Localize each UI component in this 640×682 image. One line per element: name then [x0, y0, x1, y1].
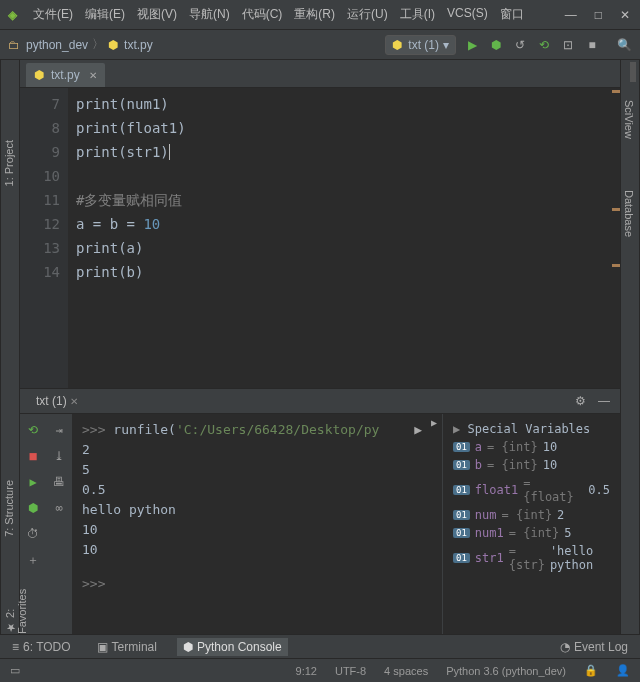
variable-row[interactable]: 01b = {int} 10 [449, 456, 614, 474]
breadcrumb-file[interactable]: txt.py [124, 38, 153, 52]
python-file-icon: ⬢ [108, 38, 120, 52]
folder-icon: 🗀 [8, 38, 20, 52]
expand-icon[interactable]: ▶ [453, 422, 460, 436]
soft-wrap-icon[interactable]: ⇥ [51, 422, 67, 438]
rerun-icon[interactable]: ⟲ [25, 422, 41, 438]
console-hide-icon[interactable]: — [598, 394, 610, 408]
todo-tool-button[interactable]: ≡ 6: TODO [6, 638, 77, 656]
breadcrumb-project[interactable]: python_dev [26, 38, 88, 52]
menu-item[interactable]: 编辑(E) [80, 2, 130, 27]
search-button[interactable]: 🔍 [616, 37, 632, 53]
favorites-tool-button[interactable]: ★ 2: Favorites [3, 580, 28, 634]
variable-row[interactable]: 01num1 = {int} 5 [449, 524, 614, 542]
code-editor[interactable]: 7891011121314 print(num1)print(float1)pr… [20, 88, 620, 388]
print-icon[interactable]: 🖶 [51, 474, 67, 490]
close-tab-icon[interactable]: ✕ [89, 70, 97, 81]
status-bar: ▭ 9:12 UTF-8 4 spaces Python 3.6 (python… [0, 658, 640, 682]
database-tool-button[interactable]: Database [623, 190, 635, 237]
history-icon[interactable]: ⏱ [25, 526, 41, 542]
debug-button[interactable]: ⬢ [488, 37, 504, 53]
menu-item[interactable]: 导航(N) [184, 2, 235, 27]
run-icon[interactable]: ▶ [25, 474, 41, 490]
python-console-tool-button[interactable]: ⬢ Python Console [177, 638, 288, 656]
scroll-end-icon[interactable]: ⤓ [51, 448, 67, 464]
event-log-button[interactable]: ◔ Event Log [554, 638, 634, 656]
editor-tab[interactable]: ⬢ txt.py ✕ [26, 63, 105, 87]
hector-icon[interactable]: 👤 [616, 664, 630, 677]
breadcrumb-separator: 〉 [92, 36, 104, 53]
status-messages-icon[interactable]: ▭ [10, 664, 20, 677]
menu-item[interactable]: 工具(I) [395, 2, 440, 27]
add-icon[interactable]: ＋ [25, 552, 41, 568]
main-menu: 文件(E)编辑(E)视图(V)导航(N)代码(C)重构(R)运行(U)工具(I)… [24, 2, 529, 27]
project-tool-button[interactable]: 1: Project [3, 140, 15, 186]
titlebar: ◈ 文件(E)编辑(E)视图(V)导航(N)代码(C)重构(R)运行(U)工具(… [0, 0, 640, 30]
menu-item[interactable]: 窗口 [495, 2, 529, 27]
menu-item[interactable]: 视图(V) [132, 2, 182, 27]
breadcrumb: python_dev 〉 ⬢ txt.py [26, 36, 153, 53]
variables-header: Special Variables [467, 422, 590, 436]
console-tab[interactable]: txt (1) ✕ [30, 390, 84, 412]
close-button[interactable]: ✕ [620, 8, 630, 22]
coverage-button[interactable]: ↺ [512, 37, 528, 53]
stop-icon[interactable]: ■ [25, 448, 41, 464]
console-output[interactable]: >>> runfile('C:/Users/66428/Desktop/py▶2… [72, 414, 426, 634]
editor-tab-label: txt.py [51, 68, 80, 82]
variables-collapse-icon[interactable]: ▶ [426, 414, 442, 430]
variable-row[interactable]: 01str1 = {str} 'hello python [449, 542, 614, 574]
indent-setting[interactable]: 4 spaces [384, 665, 428, 677]
python-icon: ⬢ [392, 38, 404, 52]
minimize-button[interactable]: — [565, 8, 577, 22]
terminal-tool-button[interactable]: ▣ Terminal [91, 638, 163, 656]
cursor-position[interactable]: 9:12 [296, 665, 317, 677]
editor-tabstrip: ⬢ txt.py ✕ [20, 60, 620, 88]
console-rail-2: ⇥ ⤓ 🖶 ∞ [46, 414, 72, 634]
right-tool-rail: SciView Database [620, 60, 640, 634]
editor-gutter: 7891011121314 [20, 88, 68, 388]
structure-tool-button[interactable]: 7: Structure [3, 480, 15, 537]
file-encoding[interactable]: UTF-8 [335, 665, 366, 677]
window-controls: — □ ✕ [565, 8, 640, 22]
run-configuration-selector[interactable]: ⬢ txt (1) ▾ [385, 35, 456, 55]
profile-button[interactable]: ⟲ [536, 37, 552, 53]
variable-row[interactable]: 01num = {int} 2 [449, 506, 614, 524]
sciview-tool-button[interactable]: SciView [623, 100, 635, 139]
console-settings-icon[interactable]: ⚙ [575, 394, 586, 408]
variable-row[interactable]: 01a = {int} 10 [449, 438, 614, 456]
bottom-toolbar: ≡ 6: TODO ▣ Terminal ⬢ Python Console ◔ … [0, 634, 640, 658]
run-configuration-label: txt (1) [408, 38, 439, 52]
stop-button[interactable]: ■ [584, 37, 600, 53]
menu-item[interactable]: 重构(R) [289, 2, 340, 27]
debug-console-icon[interactable]: ⬢ [25, 500, 41, 516]
maximize-button[interactable]: □ [595, 8, 602, 22]
link-icon[interactable]: ∞ [51, 500, 67, 516]
menu-item[interactable]: VCS(S) [442, 2, 493, 27]
python-file-icon: ⬢ [34, 68, 46, 82]
code-area[interactable]: print(num1)print(float1)print(str1) #多变量… [68, 88, 194, 388]
menu-item[interactable]: 运行(U) [342, 2, 393, 27]
chevron-down-icon: ▾ [443, 38, 449, 52]
variable-row[interactable]: 01float1 = {float} 0.5 [449, 474, 614, 506]
console-tabbar: txt (1) ✕ ⚙ — [20, 388, 620, 414]
menu-item[interactable]: 代码(C) [237, 2, 288, 27]
variables-panel: ▶ Special Variables 01a = {int} 1001b = … [442, 414, 620, 634]
menu-item[interactable]: 文件(E) [28, 2, 78, 27]
left-tool-rail: 1: Project 7: Structure ★ 2: Favorites [0, 60, 20, 634]
attach-button[interactable]: ⊡ [560, 37, 576, 53]
run-button[interactable]: ▶ [464, 37, 480, 53]
python-interpreter[interactable]: Python 3.6 (python_dev) [446, 665, 566, 677]
lock-icon[interactable]: 🔒 [584, 664, 598, 677]
python-console: ⟲ ■ ▶ ⬢ ⏱ ＋ ⇥ ⤓ 🖶 ∞ >>> runfile('C:/User… [20, 414, 620, 634]
app-logo: ◈ [0, 0, 24, 30]
navigation-bar: 🗀 python_dev 〉 ⬢ txt.py ⬢ txt (1) ▾ ▶ ⬢ … [0, 30, 640, 60]
